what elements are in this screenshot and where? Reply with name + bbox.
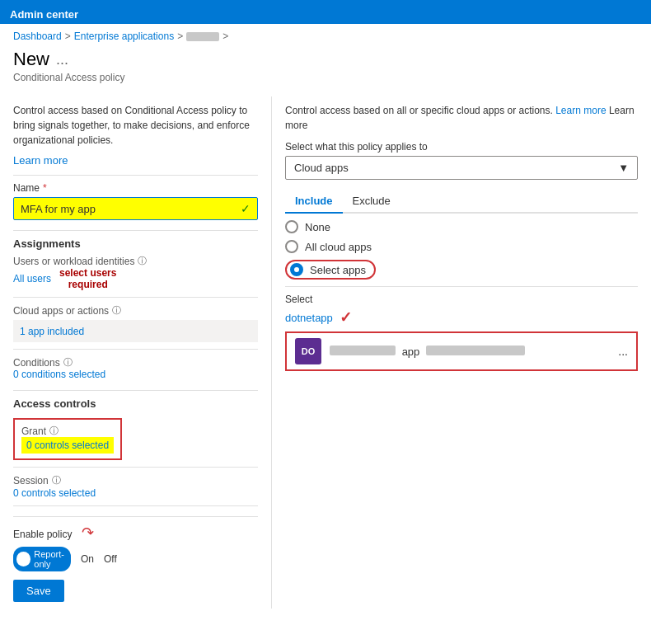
app-icon: DO — [295, 338, 321, 364]
name-label: Name * — [13, 182, 258, 194]
users-value-link[interactable]: All users — [13, 273, 51, 284]
breadcrumb-enterprise-apps[interactable]: Enterprise applications — [74, 31, 174, 42]
toggle-on-option[interactable]: On — [81, 553, 94, 565]
app-name-blurred — [330, 346, 396, 355]
conditions-value[interactable]: 0 conditions selected — [13, 369, 105, 380]
page-ellipsis[interactable]: ... — [56, 51, 68, 68]
divider-6 — [13, 467, 258, 468]
tabs-row: Include Exclude — [285, 190, 638, 214]
save-button[interactable]: Save — [13, 580, 64, 602]
tab-exclude[interactable]: Exclude — [343, 190, 400, 214]
select-users-badge: select users required — [59, 267, 116, 290]
page-header: New ... Conditional Access policy — [0, 45, 651, 90]
session-value[interactable]: 0 controls selected — [13, 487, 96, 499]
divider-7 — [13, 505, 258, 506]
breadcrumb: Dashboard > Enterprise applications > > — [0, 24, 651, 45]
divider-2 — [13, 230, 258, 231]
access-controls-section: Access controls Grant ⓘ 0 controls selec… — [13, 397, 258, 499]
dropdown-section: Select what this policy applies to Cloud… — [285, 141, 638, 180]
radio-select-apps-label: Select apps — [310, 264, 366, 276]
toggle-report-text: Report-only — [30, 549, 68, 569]
page-subtitle: Conditional Access policy — [13, 72, 638, 83]
dropdown-chevron-icon: ▼ — [618, 162, 629, 174]
grant-info-icon[interactable]: ⓘ — [49, 425, 59, 437]
access-controls-title: Access controls — [13, 397, 258, 410]
toggle-row: Report-only On Off — [13, 547, 258, 571]
radio-none-circle — [285, 220, 298, 233]
header-title: Admin center — [10, 8, 78, 21]
enable-section: Enable policy ↷ Report-only On Off — [13, 516, 258, 571]
breadcrumb-app[interactable] — [186, 31, 219, 42]
divider-4 — [13, 349, 258, 350]
radio-none-label: None — [305, 221, 330, 233]
select-required-text: required — [59, 279, 116, 290]
dropdown-value: Cloud apps — [294, 162, 349, 174]
cloud-apps-box: 1 app included — [13, 320, 258, 342]
cloud-apps-info-icon[interactable]: ⓘ — [112, 304, 121, 317]
session-label: Session ⓘ — [13, 474, 258, 487]
app-name: app — [330, 346, 610, 358]
divider-1 — [13, 175, 258, 176]
right-panel: Control access based on all or specific … — [272, 96, 651, 609]
page-title-text: New — [13, 49, 49, 70]
select-section: Select dotnetapp ✓ DO app ... — [285, 294, 638, 371]
left-learn-more[interactable]: Learn more — [13, 154, 68, 167]
users-info-icon[interactable]: ⓘ — [138, 255, 147, 267]
grant-box: Grant ⓘ 0 controls selected — [13, 418, 122, 460]
enable-policy-label: Enable policy ↷ — [13, 524, 258, 542]
header-bar: Admin center — [0, 5, 651, 24]
users-label: Users or workload identities ⓘ — [13, 255, 258, 267]
page-title-row: New ... — [13, 49, 638, 70]
session-info-icon[interactable]: ⓘ — [52, 474, 61, 487]
check-icon: ✓ — [241, 202, 251, 215]
radio-all-cloud-label: All cloud apps — [305, 241, 372, 253]
conditions-label: Conditions ⓘ — [13, 356, 258, 369]
select-users-required: select users — [59, 267, 116, 279]
breadcrumb-sep-1: > — [65, 31, 71, 42]
left-description: Control access based on Conditional Acce… — [13, 103, 258, 148]
right-description: Control access based on all or specific … — [285, 103, 638, 133]
radio-none[interactable]: None — [285, 220, 638, 233]
required-star: * — [43, 182, 47, 194]
assignments-title: Assignments — [13, 237, 258, 250]
breadcrumb-dashboard[interactable]: Dashboard — [13, 31, 62, 42]
tab-include[interactable]: Include — [285, 190, 343, 214]
radio-select-apps[interactable]: Select apps — [285, 260, 638, 280]
conditions-subsection: Conditions ⓘ 0 conditions selected — [13, 356, 258, 380]
toggle-off-option[interactable]: Off — [104, 553, 117, 565]
conditions-info-icon[interactable]: ⓘ — [63, 356, 73, 369]
name-input[interactable]: MFA for my app ✓ — [13, 197, 258, 220]
toggle-knob — [16, 552, 30, 566]
grant-subsection: Grant ⓘ 0 controls selected — [13, 415, 258, 460]
assignments-section: Assignments Users or workload identities… — [13, 237, 258, 380]
divider-right — [285, 286, 638, 287]
select-apps-oval: Select apps — [285, 260, 376, 280]
red-arrow-annotation: ↷ — [82, 524, 94, 541]
radio-all-cloud[interactable]: All cloud apps — [285, 240, 638, 253]
breadcrumb-sep-3: > — [222, 31, 228, 42]
toggle-report-only[interactable]: Report-only — [13, 547, 71, 571]
left-panel: Control access based on Conditional Acce… — [0, 96, 272, 609]
dotnetapp-link[interactable]: dotnetapp — [285, 312, 333, 324]
users-subsection: Users or workload identities ⓘ All users… — [13, 255, 258, 290]
cloud-apps-label: Cloud apps or actions ⓘ — [13, 304, 258, 317]
select-label: Select — [285, 294, 638, 305]
app-name-text: app — [402, 346, 420, 358]
select-link-row: dotnetapp ✓ — [285, 308, 638, 327]
cloud-apps-value[interactable]: 1 app included — [20, 326, 84, 337]
radio-all-cloud-circle — [285, 240, 298, 253]
breadcrumb-sep-2: > — [177, 31, 183, 42]
conditions-row: 0 conditions selected — [13, 369, 258, 380]
grant-label: Grant ⓘ — [21, 425, 114, 437]
cloud-apps-subsection: Cloud apps or actions ⓘ 1 app included — [13, 304, 258, 342]
grant-value-link[interactable]: 0 controls selected — [21, 437, 114, 454]
app-more-button[interactable]: ... — [618, 345, 628, 358]
radio-select-apps-circle — [290, 263, 303, 276]
divider-5 — [13, 390, 258, 391]
main-layout: Control access based on Conditional Acce… — [0, 90, 651, 615]
right-learn-more[interactable]: Learn more — [555, 105, 606, 116]
check-arrow-annotation: ✓ — [340, 308, 352, 327]
app-detail-blurred — [426, 346, 525, 355]
cloud-apps-dropdown[interactable]: Cloud apps ▼ — [285, 156, 638, 180]
session-subsection: Session ⓘ 0 controls selected — [13, 474, 258, 499]
